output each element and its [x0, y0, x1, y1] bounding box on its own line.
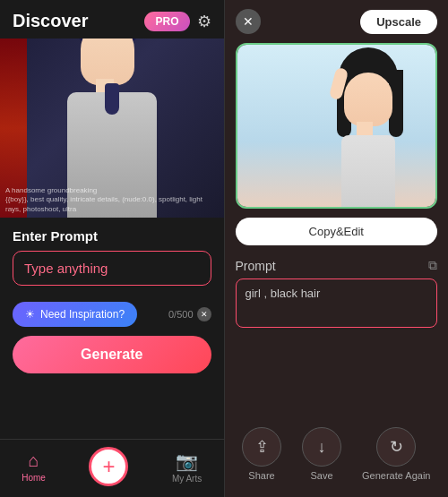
right-image-area — [236, 43, 438, 209]
char-count-clear[interactable]: ✕ — [197, 307, 211, 321]
left-panel: Discover PRO ⚙ A handsome groundbreaking… — [0, 0, 224, 497]
generate-again-circle: ↻ — [376, 427, 416, 467]
bottom-nav: ⌂ Home + 📷 My Arts — [0, 439, 224, 497]
save-action[interactable]: ↓ Save — [302, 427, 341, 481]
hero-image-area: A handsome groundbreaking {{boy}}, best … — [0, 39, 224, 218]
image-caption: A handsome groundbreaking {{boy}}, best … — [5, 186, 219, 214]
right-header: ✕ Upscale — [225, 0, 449, 43]
home-icon: ⌂ — [29, 450, 39, 471]
refresh-icon: ↻ — [390, 437, 403, 457]
char-count-display: 0/500 ✕ — [168, 307, 211, 321]
copy-icon[interactable]: ⧉ — [428, 258, 437, 273]
save-label: Save — [310, 470, 332, 481]
generate-again-action[interactable]: ↻ Generate Again — [362, 427, 430, 481]
generate-button[interactable]: Generate — [13, 336, 211, 373]
nav-home-label: Home — [22, 473, 46, 483]
prompt-input[interactable] — [13, 251, 211, 286]
close-button[interactable]: ✕ — [236, 9, 261, 34]
prompt-text: girl , black hair — [236, 278, 438, 328]
nav-home[interactable]: ⌂ Home — [22, 450, 46, 483]
left-header: Discover PRO ⚙ — [0, 0, 224, 39]
right-panel: ✕ Upscale Copy&Edit Prompt ⧉ girl , blac… — [225, 0, 449, 497]
prompt-label: Prompt — [236, 259, 276, 273]
gear-icon[interactable]: ⚙ — [197, 12, 211, 31]
camera-icon: 📷 — [176, 450, 198, 472]
sun-icon: ☀ — [25, 308, 35, 321]
image-caption-short: A handsome groundbreaking — [5, 186, 219, 195]
girl-body — [341, 135, 395, 207]
generate-again-label: Generate Again — [362, 470, 430, 481]
pro-button[interactable]: PRO — [144, 12, 189, 31]
prompt-section: Prompt ⧉ girl , black hair — [236, 258, 438, 411]
nav-my-arts[interactable]: 📷 My Arts — [172, 450, 202, 484]
anime-boy-tie — [105, 83, 119, 115]
enter-prompt-section: Enter Prompt — [0, 218, 224, 293]
share-icon: ⇪ — [255, 437, 269, 457]
image-prompt-text: {{boy}}, best quality, intricate details… — [5, 195, 219, 214]
nav-my-arts-label: My Arts — [172, 474, 202, 484]
girl-head — [344, 73, 392, 126]
share-label: Share — [248, 470, 274, 481]
enter-prompt-label: Enter Prompt — [13, 228, 211, 244]
share-circle: ⇪ — [242, 427, 281, 467]
upscale-button[interactable]: Upscale — [360, 10, 437, 34]
share-action[interactable]: ⇪ Share — [242, 427, 281, 481]
prompt-header: Prompt ⧉ — [236, 258, 438, 273]
anime-girl-illustration — [328, 55, 409, 207]
char-count-text: 0/500 — [168, 309, 194, 320]
inspiration-button[interactable]: ☀ Need Inspiration? — [13, 302, 137, 327]
download-icon: ↓ — [318, 438, 326, 457]
save-circle: ↓ — [302, 427, 341, 467]
right-actions: ⇪ Share ↓ Save ↻ Generate Again — [225, 415, 449, 497]
copy-edit-button[interactable]: Copy&Edit — [236, 218, 438, 245]
nav-add-button[interactable]: + — [89, 447, 128, 486]
inspiration-label: Need Inspiration? — [40, 308, 125, 321]
page-title: Discover — [13, 11, 89, 31]
header-right: PRO ⚙ — [144, 12, 211, 31]
inspiration-row: ☀ Need Inspiration? 0/500 ✕ — [0, 302, 224, 327]
